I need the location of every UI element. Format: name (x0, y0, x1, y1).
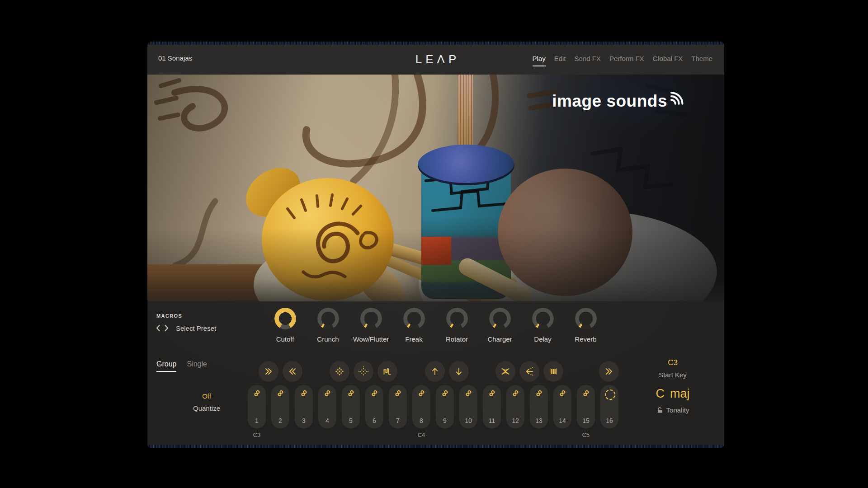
pad-loop-icon (318, 387, 336, 399)
nav-tab[interactable]: Theme (691, 55, 712, 62)
octave-label: C4 (418, 432, 425, 438)
macro-knobs-row: Cutoff Crunch Wow/Flutter Freak (264, 308, 607, 343)
tonality-label: Tonality (666, 406, 689, 414)
nav-tab[interactable]: Global FX (653, 55, 683, 62)
knob-label: Wow/Flutter (353, 335, 389, 343)
chevron-left-icon[interactable] (155, 324, 161, 332)
pad-number: 14 (553, 417, 571, 424)
macro-knob[interactable]: Rotator (435, 308, 478, 343)
transpose-up-icon[interactable] (425, 361, 445, 382)
pad-loop-icon (577, 387, 595, 399)
knob-ring[interactable] (532, 308, 554, 329)
sequencer-pad[interactable]: 9 (436, 385, 454, 428)
macro-knob[interactable]: Cutoff (264, 308, 307, 343)
randomize-icon[interactable] (330, 361, 349, 382)
expand-icon[interactable] (599, 361, 619, 382)
quantize-label: Quantize (193, 404, 220, 412)
knob-ring[interactable] (274, 308, 296, 329)
knob-ring[interactable] (575, 308, 597, 329)
pad-number: 4 (318, 417, 336, 424)
pad-loop-icon (295, 387, 313, 399)
nav-tab[interactable]: Edit (554, 55, 566, 62)
quantize-value[interactable]: Off (202, 392, 211, 400)
sequencer-pad[interactable]: 10 (459, 385, 477, 428)
select-preset-label[interactable]: Select Preset (176, 324, 216, 332)
sequencer-pad[interactable]: 8 (412, 385, 430, 428)
random-wave-icon[interactable] (377, 361, 397, 382)
knob-label: Freak (405, 335, 422, 343)
macro-knob[interactable]: Delay (521, 308, 564, 343)
pad-number: 13 (530, 417, 548, 424)
pad-number: 3 (295, 417, 313, 424)
instrument-photo: image sounds (147, 75, 724, 301)
quantize-control: Off Quantize (173, 392, 241, 412)
shift-left-icon[interactable] (283, 361, 302, 382)
sequencer-pad[interactable]: 14 (553, 385, 571, 428)
pad-loop-icon (436, 387, 454, 399)
pad-number: 12 (506, 417, 524, 424)
nudge-left-icon[interactable] (519, 361, 539, 382)
control-panel: MACROS Select Preset Cutoff (147, 301, 724, 448)
knob-ring[interactable] (317, 308, 339, 329)
sequencer-pad[interactable]: 1 (248, 385, 266, 428)
sequencer-pad[interactable]: 6 (365, 385, 383, 428)
sequencer-pad[interactable]: 13 (530, 385, 548, 428)
sequencer-pad[interactable]: 15 (577, 385, 595, 428)
sequencer-toolbar (259, 361, 619, 382)
sequencer-pad[interactable]: 5 (342, 385, 360, 428)
pad-number: 11 (483, 417, 501, 424)
window-bottom-edge (147, 445, 724, 448)
main-nav: Play Edit Send FX Perform FX Global FX T… (533, 55, 713, 62)
sequencer-pad[interactable]: 11 (483, 385, 501, 428)
key-settings: C3 Start Key C maj Tonality (636, 358, 710, 414)
sequencer-pad[interactable]: 16 (600, 385, 618, 428)
mode-tab[interactable]: Group (156, 360, 176, 368)
knob-ring[interactable] (403, 308, 425, 329)
randomize-dense-icon[interactable] (354, 361, 373, 382)
macro-knob[interactable]: Freak (392, 308, 435, 343)
sequencer-pad[interactable]: 12 (506, 385, 524, 428)
chevron-right-icon[interactable] (164, 324, 170, 332)
nav-tab[interactable]: Perform FX (609, 55, 644, 62)
macro-knob[interactable]: Reverb (564, 308, 607, 343)
quantize-bars-icon[interactable] (543, 361, 563, 382)
pad-number: 1 (248, 417, 266, 424)
desktop-background: 01 Sonajas LEΛP Play Edit Send FX Perfor… (0, 0, 868, 488)
pad-number: 8 (412, 417, 430, 424)
macro-preset-selector: Select Preset (155, 324, 216, 332)
group-single-tabs: Group Single (156, 360, 207, 368)
pad-loop-icon (412, 387, 430, 399)
knob-ring[interactable] (489, 308, 511, 329)
knob-ring[interactable] (360, 308, 382, 329)
macro-knob[interactable]: Crunch (307, 308, 349, 343)
start-key-value[interactable]: C3 (668, 358, 678, 367)
knob-ring[interactable] (446, 308, 468, 329)
pad-loop-icon (248, 387, 266, 399)
start-key-label: Start Key (659, 371, 687, 379)
mode-tab[interactable]: Single (187, 360, 207, 368)
tonality-value[interactable]: C maj (656, 387, 689, 401)
nav-tab[interactable]: Send FX (575, 55, 601, 62)
tonality-scale[interactable]: maj (670, 387, 690, 401)
window-top-edge (147, 42, 724, 45)
knob-label: Cutoff (276, 335, 294, 343)
pad-number: 7 (389, 417, 407, 424)
header-bar: 01 Sonajas LEΛP Play Edit Send FX Perfor… (147, 42, 724, 75)
macro-knob[interactable]: Charger (478, 308, 521, 343)
sequencer-pad[interactable]: 3 (295, 385, 313, 428)
unlock-icon[interactable] (656, 407, 663, 413)
tonality-root[interactable]: C (656, 387, 665, 401)
leap-plugin-window: 01 Sonajas LEΛP Play Edit Send FX Perfor… (147, 42, 724, 448)
pad-loop-icon (553, 387, 571, 399)
sequencer-pad[interactable]: 2 (271, 385, 289, 428)
shift-right-icon[interactable] (259, 361, 278, 382)
transpose-down-icon[interactable] (449, 361, 469, 382)
preset-name[interactable]: 01 Sonajas (158, 54, 192, 62)
macro-knob[interactable]: Wow/Flutter (349, 308, 392, 343)
sequencer-pads: 1 2 3 4 (248, 385, 618, 428)
nav-tab[interactable]: Play (533, 55, 546, 62)
stretch-icon[interactable] (495, 361, 515, 382)
leap-logo: LEΛP (412, 52, 460, 66)
sequencer-pad[interactable]: 4 (318, 385, 336, 428)
sequencer-pad[interactable]: 7 (389, 385, 407, 428)
